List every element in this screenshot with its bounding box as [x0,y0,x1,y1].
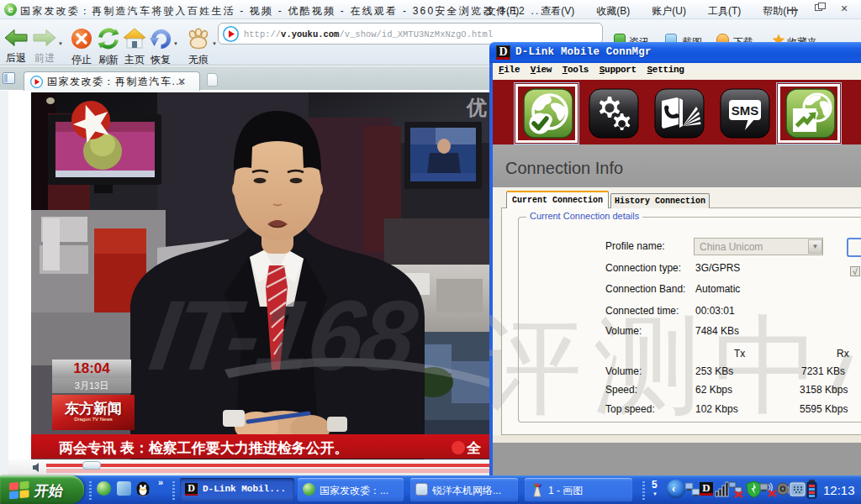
svg-text:SMS: SMS [732,103,759,118]
